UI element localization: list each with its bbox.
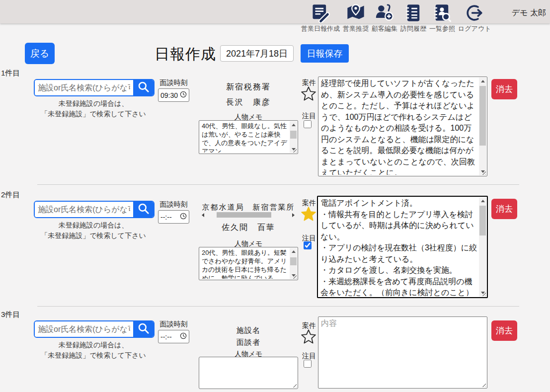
page-title: 日報作成 bbox=[124, 44, 216, 65]
entry-3-label: 3件目 bbox=[1, 310, 20, 319]
meeting-time-input[interactable]: 09:30 bbox=[158, 88, 189, 102]
attention-checkbox[interactable] bbox=[304, 120, 312, 128]
person-name: 佐久間 百華 bbox=[194, 223, 303, 233]
nav-logout[interactable]: ログアウト bbox=[458, 2, 491, 33]
meeting-time-label: 面談時刻 bbox=[158, 78, 189, 87]
visit-history-icon bbox=[403, 2, 423, 23]
report-entry-1: 1件目 未登録施設の場合は、「未登録施設」で検索して下さい 面談時刻 09:30… bbox=[0, 68, 550, 184]
person-memo-textarea[interactable] bbox=[199, 357, 298, 389]
nav-visit-history[interactable]: 訪問履歴 bbox=[400, 2, 426, 33]
facility-search-input[interactable] bbox=[35, 80, 133, 95]
attention-label: 注目 bbox=[300, 112, 318, 121]
case-star-toggle[interactable] bbox=[299, 85, 318, 104]
nav-report-create[interactable]: 営業日報作成 bbox=[301, 2, 340, 33]
person-memo-textarea[interactable]: 40代、男性、眼鏡なし。気性は荒いが、やることは豪快で、人の意表をついたアイデア… bbox=[199, 120, 298, 154]
facility-search-input[interactable] bbox=[35, 202, 133, 217]
nav-visit-history-label: 訪問履歴 bbox=[400, 24, 426, 33]
search-icon bbox=[137, 202, 150, 217]
clock-icon bbox=[180, 332, 187, 341]
delete-entry-button[interactable]: 消去 bbox=[491, 199, 517, 219]
entry-3-search-group bbox=[34, 320, 155, 338]
nav-logout-label: ログアウト bbox=[458, 24, 491, 33]
search-button[interactable] bbox=[133, 202, 154, 217]
search-note: 未登録施設の場合は、「未登録施設」で検索して下さい bbox=[23, 220, 163, 241]
facility-search-input[interactable] bbox=[35, 321, 133, 337]
logout-icon bbox=[465, 2, 484, 23]
clock-icon bbox=[180, 91, 187, 99]
person-name-placeholder: 面談者 bbox=[194, 338, 303, 347]
entry-2-label: 2件目 bbox=[1, 190, 20, 200]
search-icon bbox=[137, 322, 150, 336]
delete-entry-button[interactable]: 消去 bbox=[491, 79, 517, 99]
facility-name-scrollbar[interactable] bbox=[200, 212, 296, 218]
star-icon bbox=[300, 95, 317, 104]
entry-1-label: 1件目 bbox=[1, 69, 20, 78]
report-entry-3: 3件目 未登録施設の場合は、「未登録施設」で検索して下さい 面談時刻 --:--… bbox=[0, 310, 550, 392]
case-star-toggle[interactable] bbox=[299, 206, 318, 225]
report-content-textarea[interactable]: 経理部で使用していソフトが古くなったため、新システム導入の必要性を感じているとの… bbox=[318, 77, 487, 176]
meeting-time-label: 面談時刻 bbox=[158, 320, 189, 329]
back-button[interactable]: 戻る bbox=[25, 43, 55, 64]
person-name: 長沢 康彦 bbox=[194, 97, 303, 108]
nav-customer-edit-label: 顧客編集 bbox=[372, 24, 397, 33]
content-scrollbar[interactable] bbox=[479, 197, 486, 297]
nav-sales-recommend[interactable]: 営業推奨 bbox=[343, 2, 369, 33]
save-report-button[interactable]: 日報保存 bbox=[301, 44, 349, 63]
nav-list-view[interactable]: 一覧参照 bbox=[429, 2, 455, 33]
meeting-time-input[interactable]: --:-- bbox=[158, 210, 189, 224]
report-content-textarea[interactable]: 電話アポイントメント済。 ・情報共有を目的としたアプリ導入を検討しているが、時期… bbox=[317, 196, 488, 298]
customer-edit-icon bbox=[375, 2, 394, 23]
list-search-icon bbox=[432, 2, 452, 23]
facility-name-placeholder: 施設名 bbox=[194, 326, 303, 335]
star-icon bbox=[300, 216, 317, 224]
section-divider bbox=[37, 184, 519, 185]
report-date-field[interactable]: 2021年7月18日 bbox=[220, 45, 294, 62]
resize-handle[interactable] bbox=[292, 383, 297, 388]
attention-checkbox[interactable] bbox=[304, 360, 312, 368]
section-divider bbox=[37, 306, 519, 307]
logged-in-user: デモ 太郎 bbox=[512, 8, 546, 18]
search-note: 未登録施設の場合は、「未登録施設」で検索して下さい bbox=[23, 98, 163, 119]
search-button[interactable] bbox=[133, 321, 154, 337]
nav-report-create-label: 営業日報作成 bbox=[301, 24, 340, 33]
report-entry-2: 2件目 未登録施設の場合は、「未登録施設」で検索して下さい 面談時刻 --:--… bbox=[0, 190, 550, 306]
delete-entry-button[interactable]: 消去 bbox=[491, 320, 517, 341]
report-create-icon bbox=[311, 2, 330, 23]
clock-icon bbox=[180, 213, 187, 221]
person-memo-textarea[interactable]: 20代、男性、眼鏡あり。短髪でさわやかな好青年。アメリカの技術を日本に持ち帰るた… bbox=[199, 247, 298, 280]
facility-name: 京都水道局 新宿営業所 bbox=[194, 203, 303, 212]
attention-checkbox[interactable] bbox=[304, 241, 312, 249]
meeting-time-input[interactable]: --:-- bbox=[158, 330, 189, 343]
top-navigation: 営業日報作成 営業推奨 顧客編集 訪問履歴 一覧参照 ログアウト bbox=[301, 2, 491, 33]
report-content-textarea[interactable]: 内容 bbox=[318, 316, 487, 389]
content-scrollbar[interactable] bbox=[479, 78, 486, 175]
sales-map-icon bbox=[346, 2, 366, 23]
entry-2-search-group bbox=[34, 201, 155, 218]
facility-name: 新宿税務署 bbox=[194, 82, 303, 92]
search-note: 未登録施設の場合は、「未登録施設」で検索して下さい bbox=[23, 340, 163, 361]
case-star-toggle[interactable] bbox=[299, 328, 318, 347]
entry-1-search-group bbox=[34, 79, 155, 96]
nav-sales-recommend-label: 営業推奨 bbox=[343, 24, 369, 33]
search-icon bbox=[137, 80, 150, 95]
star-icon bbox=[300, 338, 317, 347]
resize-handle[interactable] bbox=[481, 382, 486, 387]
nav-list-view-label: 一覧参照 bbox=[429, 24, 455, 33]
nav-customer-edit[interactable]: 顧客編集 bbox=[372, 2, 397, 33]
search-button[interactable] bbox=[133, 80, 154, 95]
meeting-time-label: 面談時刻 bbox=[158, 200, 189, 209]
